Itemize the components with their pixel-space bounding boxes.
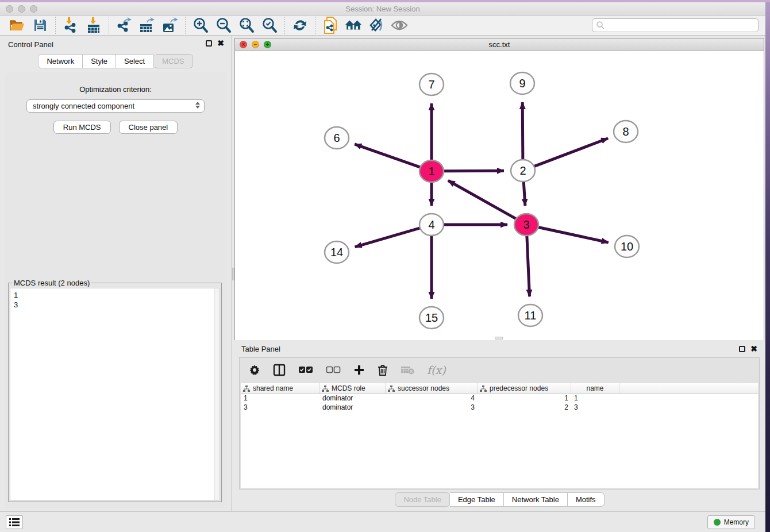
- search-input[interactable]: [605, 20, 758, 31]
- cell-shared-name[interactable]: 3: [241, 403, 319, 413]
- mcds-result-title: MCDS result (2 nodes): [12, 279, 91, 287]
- edge-4-14[interactable]: [355, 228, 421, 247]
- toolbar-separator: [185, 17, 186, 34]
- eye-icon[interactable]: [391, 17, 408, 34]
- run-mcds-button[interactable]: Run MCDS: [53, 121, 111, 134]
- tab-network[interactable]: Network: [38, 54, 83, 68]
- close-table-panel-icon[interactable]: ✖: [750, 346, 757, 352]
- tab-edge-table[interactable]: Edge Table: [450, 492, 504, 507]
- cell-shared-name[interactable]: 1: [241, 394, 319, 403]
- cell-name[interactable]: 3: [571, 403, 619, 413]
- export-image-icon[interactable]: [161, 17, 179, 34]
- memory-label: Memory: [724, 518, 749, 526]
- zoom-window-button[interactable]: [30, 5, 37, 13]
- zoom-in-icon[interactable]: [192, 17, 209, 34]
- table-row[interactable]: 3dominator323: [241, 403, 758, 413]
- import-network-icon[interactable]: [62, 17, 79, 34]
- node-label-8: 8: [622, 125, 629, 138]
- node-table[interactable]: shared nameMCDS rolesuccessor nodesprede…: [241, 383, 758, 488]
- network-close-button[interactable]: ×: [240, 41, 247, 48]
- tab-mcds[interactable]: MCDS: [154, 54, 192, 68]
- select-all-columns-icon[interactable]: [298, 366, 313, 374]
- window-controls: [6, 5, 37, 13]
- memory-button[interactable]: Memory: [707, 515, 755, 529]
- zoom-fit-icon[interactable]: [238, 17, 255, 34]
- zoom-selected-icon[interactable]: [261, 17, 278, 34]
- close-panel-icon[interactable]: ✖: [217, 40, 224, 47]
- close-panel-button[interactable]: Close panel: [119, 121, 178, 134]
- table-row[interactable]: 1dominator411: [241, 394, 758, 403]
- cell-predecessor-nodes[interactable]: 2: [478, 403, 571, 413]
- node-label-10: 10: [621, 240, 633, 253]
- network-from-file-icon[interactable]: [322, 17, 339, 34]
- edge-3-11[interactable]: [527, 236, 530, 296]
- desktop-wallpaper-right: [765, 0, 770, 532]
- search-box[interactable]: [592, 18, 759, 32]
- control-panel-tabs: NetworkStyleSelectMCDS: [38, 54, 192, 68]
- home-icon[interactable]: [345, 17, 362, 34]
- result-scrollbar[interactable]: [214, 288, 220, 500]
- tab-select[interactable]: Select: [116, 54, 153, 68]
- refresh-icon[interactable]: [291, 17, 309, 34]
- task-history-button[interactable]: [6, 515, 23, 529]
- tab-node-table[interactable]: Node Table: [395, 492, 450, 507]
- edge-1-2[interactable]: [443, 171, 504, 171]
- cell-MCDS-role[interactable]: dominator: [319, 394, 386, 403]
- column-header-MCDS-role[interactable]: MCDS role: [319, 383, 386, 394]
- open-session-icon[interactable]: [9, 17, 26, 34]
- save-session-icon[interactable]: [32, 17, 49, 34]
- cell-MCDS-role[interactable]: dominator: [319, 403, 386, 413]
- optimization-criterion-select[interactable]: strongly connected component: [26, 99, 205, 113]
- unselect-all-columns-icon[interactable]: [326, 366, 341, 374]
- edge-2-8[interactable]: [534, 138, 608, 167]
- control-panel: Control Panel ✖ NetworkStyleSelectMCDS O…: [0, 36, 231, 511]
- minimize-window-button[interactable]: [18, 5, 25, 13]
- edge-3-10[interactable]: [538, 227, 609, 242]
- cell-successor-nodes[interactable]: 3: [386, 403, 478, 413]
- node-label-7: 7: [428, 78, 434, 91]
- edge-3-1[interactable]: [448, 180, 517, 219]
- table-browser: f(x) shared nameMCDS rolesuccessor nodes…: [239, 357, 760, 489]
- float-panel-icon[interactable]: [206, 40, 212, 47]
- export-table-icon[interactable]: [138, 17, 156, 34]
- edge-2-3[interactable]: [523, 182, 525, 206]
- edge-1-6[interactable]: [355, 144, 421, 167]
- cell-successor-nodes[interactable]: 4: [386, 394, 478, 403]
- create-column-icon[interactable]: [353, 364, 365, 376]
- mcds-result-fieldset: MCDS result (2 nodes) 1 3: [8, 283, 222, 502]
- zoom-out-icon[interactable]: [215, 17, 232, 34]
- control-panel-title: Control Panel: [8, 40, 53, 49]
- network-maximize-button[interactable]: +: [264, 41, 271, 48]
- tab-style[interactable]: Style: [83, 54, 116, 68]
- network-window-titlebar[interactable]: × − + scc.txt: [235, 38, 764, 51]
- function-builder-icon: f(x): [427, 364, 446, 376]
- column-header-successor-nodes[interactable]: successor nodes: [386, 383, 478, 394]
- export-network-icon[interactable]: [116, 17, 133, 34]
- edge-2-9[interactable]: [522, 102, 523, 159]
- column-header-name[interactable]: name: [571, 383, 619, 394]
- close-window-button[interactable]: [6, 5, 13, 13]
- hide-labels-icon[interactable]: [368, 17, 385, 34]
- column-type-icon: [388, 385, 395, 392]
- tab-network-table[interactable]: Network Table: [504, 492, 568, 507]
- cell-name[interactable]: 1: [571, 394, 619, 403]
- split-columns-icon[interactable]: [273, 364, 286, 376]
- table-header-row: shared nameMCDS rolesuccessor nodesprede…: [241, 383, 758, 394]
- node-label-1: 1: [428, 165, 434, 178]
- column-header-predecessor-nodes[interactable]: predecessor nodes: [478, 383, 571, 394]
- cell-predecessor-nodes[interactable]: 1: [478, 394, 571, 403]
- import-table-icon[interactable]: [85, 17, 102, 34]
- network-resize-grip[interactable]: [495, 337, 503, 340]
- delete-column-icon[interactable]: [378, 364, 388, 376]
- mcds-result-area[interactable]: 1 3: [10, 288, 220, 500]
- node-label-3: 3: [523, 218, 529, 231]
- column-header-shared-name[interactable]: shared name: [241, 383, 319, 394]
- table-toolbar: f(x): [240, 358, 759, 382]
- float-table-panel-icon[interactable]: [739, 346, 745, 352]
- node-label-2: 2: [519, 164, 526, 177]
- column-type-icon: [243, 385, 250, 392]
- table-settings-gear-icon[interactable]: [249, 364, 260, 376]
- network-canvas[interactable]: 7968124314101511: [235, 51, 764, 340]
- tab-motifs[interactable]: Motifs: [568, 492, 605, 507]
- network-minimize-button[interactable]: −: [252, 41, 259, 48]
